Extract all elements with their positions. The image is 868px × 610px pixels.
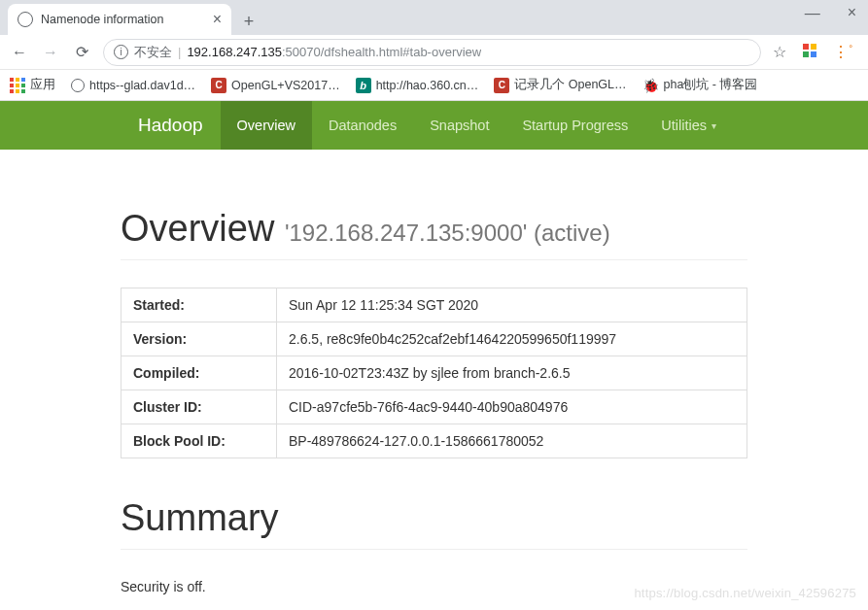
- url-divider: |: [178, 45, 181, 59]
- summary-heading: Summary: [121, 497, 747, 539]
- chevron-down-icon: ▾: [712, 120, 716, 131]
- overview-subheading: '192.168.247.135:9000' (active): [285, 220, 610, 246]
- window-minimize-icon[interactable]: —: [805, 6, 820, 21]
- url-input[interactable]: i 不安全 | 192.168.247.135:50070/dfshealth.…: [103, 39, 761, 66]
- bing-icon: b: [356, 78, 371, 93]
- table-row: Block Pool ID:BP-489786624-127.0.0.1-158…: [122, 424, 747, 458]
- page-content: Overview '192.168.247.135:9000' (active)…: [0, 150, 868, 594]
- row-key: Compiled:: [122, 356, 277, 390]
- addr-right-icons: ☆ ⋮°: [773, 43, 858, 62]
- bookmark-item[interactable]: 🐞pha刨坑 - 博客园: [642, 77, 758, 93]
- new-tab-button[interactable]: +: [235, 8, 262, 35]
- nav-overview[interactable]: Overview: [221, 101, 312, 150]
- red-square-icon: C: [211, 78, 226, 93]
- svg-rect-1: [811, 44, 816, 50]
- tab-close-icon[interactable]: ×: [213, 11, 222, 28]
- url-text: 192.168.247.135:50070/dfshealth.html#tab…: [187, 45, 481, 59]
- row-key: Started:: [122, 288, 277, 322]
- bookmark-item[interactable]: COpenGL+VS2017…: [211, 78, 340, 93]
- row-key: Block Pool ID:: [122, 424, 277, 458]
- table-row: Compiled:2016-10-02T23:43Z by sjlee from…: [122, 356, 747, 390]
- bookmark-item[interactable]: https--glad.dav1d…: [71, 79, 195, 92]
- apps-shortcut[interactable]: 应用: [10, 77, 55, 93]
- insecure-label: 不安全: [134, 44, 172, 61]
- window-close-icon[interactable]: ×: [848, 5, 856, 20]
- row-key: Cluster ID:: [122, 390, 277, 424]
- heading-divider: [121, 259, 747, 260]
- svg-rect-0: [803, 44, 809, 50]
- row-val: Sun Apr 12 11:25:34 SGT 2020: [277, 288, 747, 322]
- nav-forward-button[interactable]: →: [41, 43, 60, 62]
- red-square-icon: C: [494, 78, 509, 93]
- row-val: CID-a97cfe5b-76f6-4ac9-9440-40b90a804976: [277, 390, 747, 424]
- bug-icon: 🐞: [642, 78, 659, 93]
- watermark-text: https://blog.csdn.net/weixin_42596275: [634, 586, 856, 600]
- browser-tabbar: Namenode information × +: [0, 0, 868, 35]
- row-key: Version:: [122, 322, 277, 356]
- table-row: Version:2.6.5, re8c9fe0b4c252caf2ebf1464…: [122, 322, 747, 356]
- overview-table: Started:Sun Apr 12 11:25:34 SGT 2020 Ver…: [121, 288, 747, 458]
- apps-icon: [10, 78, 25, 93]
- table-row: Cluster ID:CID-a97cfe5b-76f6-4ac9-9440-4…: [122, 390, 747, 424]
- brand-label[interactable]: Hadoop: [121, 101, 221, 150]
- extension-icon-2[interactable]: ⋮°: [833, 43, 852, 61]
- row-val: BP-489786624-127.0.0.1-1586661780052: [277, 424, 747, 458]
- hadoop-navbar: Hadoop Overview Datanodes Snapshot Start…: [0, 101, 868, 150]
- tab-favicon-globe-icon: [17, 12, 33, 27]
- tab-title: Namenode information: [41, 13, 163, 26]
- nav-startup-progress[interactable]: Startup Progress: [505, 101, 644, 150]
- browser-tab-active[interactable]: Namenode information ×: [8, 4, 231, 35]
- heading-divider: [121, 549, 747, 550]
- window-controls: — ×: [805, 6, 856, 21]
- nav-datanodes[interactable]: Datanodes: [312, 101, 413, 150]
- svg-rect-2: [803, 51, 809, 57]
- row-val: 2.6.5, re8c9fe0b4c252caf2ebf146422059965…: [277, 322, 747, 356]
- nav-back-button[interactable]: ←: [10, 43, 29, 62]
- row-val: 2016-10-02T23:43Z by sjlee from branch-2…: [277, 356, 747, 390]
- globe-icon: [71, 79, 85, 92]
- svg-rect-3: [811, 51, 816, 57]
- table-row: Started:Sun Apr 12 11:25:34 SGT 2020: [122, 288, 747, 322]
- nav-reload-button[interactable]: ⟳: [72, 43, 91, 62]
- nav-snapshot[interactable]: Snapshot: [413, 101, 505, 150]
- bookmarks-bar: 应用 https--glad.dav1d… COpenGL+VS2017… bh…: [0, 70, 868, 101]
- extension-icon-1[interactable]: [802, 43, 817, 62]
- overview-heading: Overview '192.168.247.135:9000' (active): [121, 208, 747, 250]
- nav-utilities[interactable]: Utilities▾: [644, 101, 733, 150]
- bookmark-star-icon[interactable]: ☆: [773, 43, 786, 61]
- site-info-icon[interactable]: i: [114, 45, 128, 59]
- bookmark-item[interactable]: bhttp://hao.360.cn…: [356, 78, 479, 93]
- browser-addressbar: ← → ⟳ i 不安全 | 192.168.247.135:50070/dfsh…: [0, 35, 868, 70]
- bookmark-item[interactable]: C记录几个 OpenGL…: [494, 77, 626, 93]
